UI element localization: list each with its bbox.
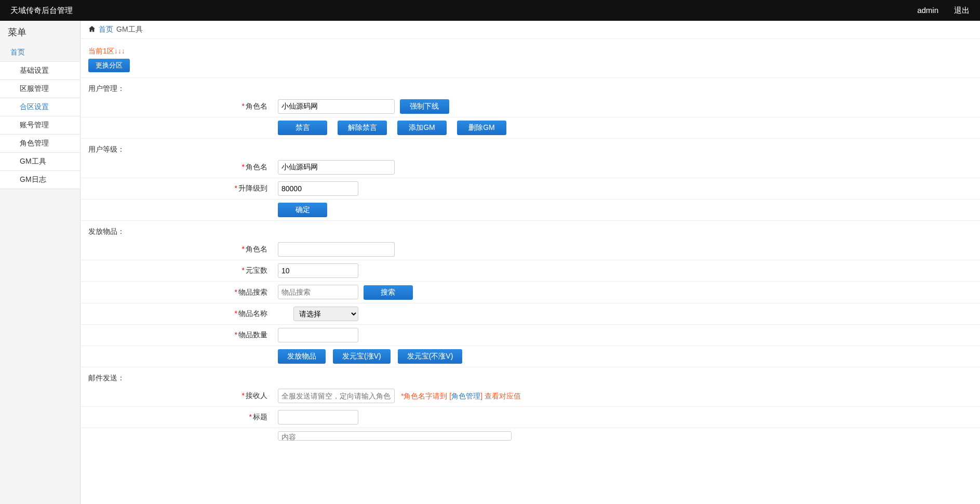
breadcrumb-current: GM工具 (116, 25, 143, 34)
gi-role-input[interactable] (278, 242, 395, 257)
gi-itemname-label: 物品名称 (238, 309, 267, 317)
home-icon (88, 25, 96, 34)
force-offline-button[interactable]: 强制下线 (400, 99, 449, 114)
section-user-level-title: 用户等级： (80, 139, 980, 157)
section-user-manage-title: 用户管理： (80, 78, 980, 96)
zone-current: 当前1区↓↓↓ (80, 44, 980, 59)
gi-yuanbao-input[interactable] (278, 263, 358, 278)
mail-receiver-label: 接收人 (246, 391, 267, 400)
switch-zone-button[interactable]: 更换分区 (88, 59, 130, 72)
mail-hint-link[interactable]: 角色管理 (451, 392, 480, 400)
logout-link[interactable]: 退出 (954, 6, 970, 16)
section-give-item-title: 发放物品： (80, 221, 980, 239)
um-action-button[interactable]: 添加GM (397, 121, 447, 135)
sidebar-item[interactable]: GM日志 (0, 171, 80, 189)
um-role-input[interactable] (278, 99, 395, 114)
um-action-button[interactable]: 删除GM (457, 121, 506, 135)
app-title: 天域传奇后台管理 (10, 6, 73, 16)
gi-action-button[interactable]: 发元宝(涨V) (333, 349, 391, 364)
sidebar-item[interactable]: 区服管理 (0, 80, 80, 98)
gi-qty-label: 物品数量 (238, 330, 267, 339)
ul-role-input[interactable] (278, 160, 395, 175)
topbar: 天域传奇后台管理 admin 退出 (0, 0, 980, 21)
ul-level-label: 升降级到 (238, 184, 267, 192)
mail-hint: *角色名字请到 [角色管理] 查看对应值 (401, 392, 521, 400)
sidebar-title: 菜单 (0, 21, 80, 44)
sidebar-item[interactable]: 账号管理 (0, 116, 80, 135)
gi-itemname-select[interactable]: 请选择 (293, 307, 358, 321)
sidebar-item[interactable]: GM工具 (0, 153, 80, 171)
breadcrumb-home[interactable]: 首页 (99, 25, 113, 34)
gi-role-label: 角色名 (246, 245, 267, 253)
mail-content-textarea[interactable] (278, 431, 512, 441)
sidebar-item[interactable]: 基础设置 (0, 61, 80, 80)
gi-search-input[interactable] (278, 285, 358, 299)
sidebar-home[interactable]: 首页 (0, 44, 80, 61)
gi-yuanbao-label: 元宝数 (246, 266, 267, 274)
gi-action-button[interactable]: 发放物品 (278, 349, 326, 364)
um-action-button[interactable]: 解除禁言 (338, 121, 387, 135)
sidebar: 菜单 首页 基础设置区服管理合区设置账号管理角色管理GM工具GM日志 (0, 21, 80, 504)
mail-title-label: 标题 (253, 413, 267, 421)
section-mail-title: 邮件发送： (80, 367, 980, 386)
ul-level-input[interactable] (278, 181, 358, 196)
ul-role-label: 角色名 (246, 163, 267, 171)
gi-action-button[interactable]: 发元宝(不涨V) (398, 349, 463, 364)
sidebar-item[interactable]: 合区设置 (0, 98, 80, 116)
ul-confirm-button[interactable]: 确定 (278, 203, 327, 217)
gi-search-button[interactable]: 搜索 (364, 285, 413, 300)
mail-title-input[interactable] (278, 410, 358, 425)
gi-qty-input[interactable] (278, 328, 358, 342)
gi-search-label: 物品搜索 (238, 288, 267, 296)
breadcrumb: 首页 GM工具 (80, 21, 980, 39)
main: 首页 GM工具 当前1区↓↓↓ 更换分区 用户管理： *角色名 强制下线 (80, 21, 980, 504)
user-link[interactable]: admin (917, 6, 938, 16)
um-role-label: 角色名 (246, 102, 267, 110)
sidebar-item[interactable]: 角色管理 (0, 135, 80, 153)
mail-receiver-input[interactable] (278, 389, 395, 403)
um-action-button[interactable]: 禁言 (278, 121, 327, 135)
